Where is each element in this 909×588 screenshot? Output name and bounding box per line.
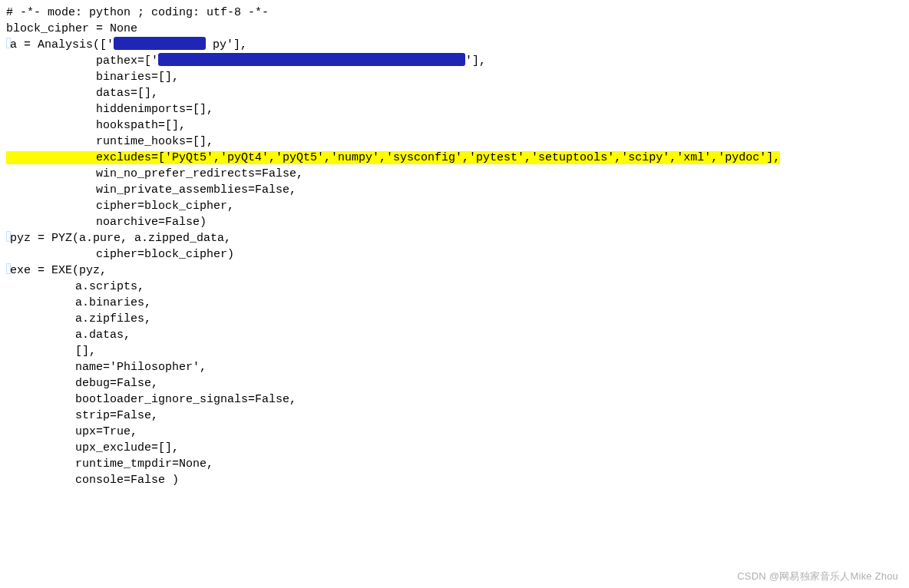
code-line-22: a.binaries, — [6, 295, 903, 311]
code-line-12: runtime_hooks=[], — [6, 134, 903, 150]
code-text: exe = EXE(pyz, — [10, 264, 107, 277]
code-line-20: exe = EXE(pyz, — [6, 263, 903, 279]
code-line-11: hookspath=[], — [6, 117, 903, 134]
code-text: py'], — [206, 38, 247, 51]
code-text: pathex=[' — [6, 55, 158, 68]
code-line-27: debug=False, — [6, 375, 903, 391]
redacted-path — [158, 53, 465, 66]
code-line-33: console=False ) — [6, 472, 903, 488]
code-line-28: bootloader_ignore_signals=False, — [6, 391, 903, 408]
code-line-6: a = Analysis([' py'], — [6, 37, 903, 53]
code-text: pyz = PYZ(a.pure, a.zipped_data, — [10, 232, 231, 245]
code-line-24: a.datas, — [6, 327, 903, 343]
code-line-15: win_private_assemblies=False, — [6, 182, 903, 198]
code-line-31: upx_exclude=[], — [6, 440, 903, 456]
code-line-25: [], — [6, 343, 903, 359]
code-line-3: block_cipher = None — [6, 21, 903, 37]
watermark-text: CSDN @网易独家音乐人Mike Zhou — [737, 570, 898, 583]
code-line-9: datas=[], — [6, 85, 903, 101]
code-line-29: strip=False, — [6, 408, 903, 424]
code-line-19: cipher=block_cipher) — [6, 246, 903, 263]
code-line-7: pathex=[''], — [6, 53, 903, 69]
code-block: { "code": { "l1": "# -*- mode: python ; … — [0, 0, 909, 588]
code-line-21: a.scripts, — [6, 279, 903, 295]
code-line-18: pyz = PYZ(a.pure, a.zipped_data, — [6, 230, 903, 246]
code-line-32: runtime_tmpdir=None, — [6, 456, 903, 472]
code-line-14: win_no_prefer_redirects=False, — [6, 166, 903, 182]
code-line-8: binaries=[], — [6, 69, 903, 85]
code-line-16: cipher=block_cipher, — [6, 198, 903, 214]
code-line-23: a.zipfiles, — [6, 311, 903, 327]
code-text: '], — [465, 55, 486, 68]
redacted-filename — [114, 37, 206, 50]
code-line-13-highlight: excludes=['PyQt5','pyQt4','pyQt5','numpy… — [6, 150, 903, 166]
code-line-30: upx=True, — [6, 424, 903, 440]
code-line-1: # -*- mode: python ; coding: utf-8 -*- — [6, 5, 903, 21]
code-line-17: noarchive=False) — [6, 214, 903, 230]
highlighted-excludes: excludes=['PyQt5','pyQt4','pyQt5','numpy… — [6, 151, 780, 164]
code-line-26: name='Philosopher', — [6, 359, 903, 375]
code-line-10: hiddenimports=[], — [6, 101, 903, 117]
code-text: a = Analysis([' — [10, 38, 114, 51]
